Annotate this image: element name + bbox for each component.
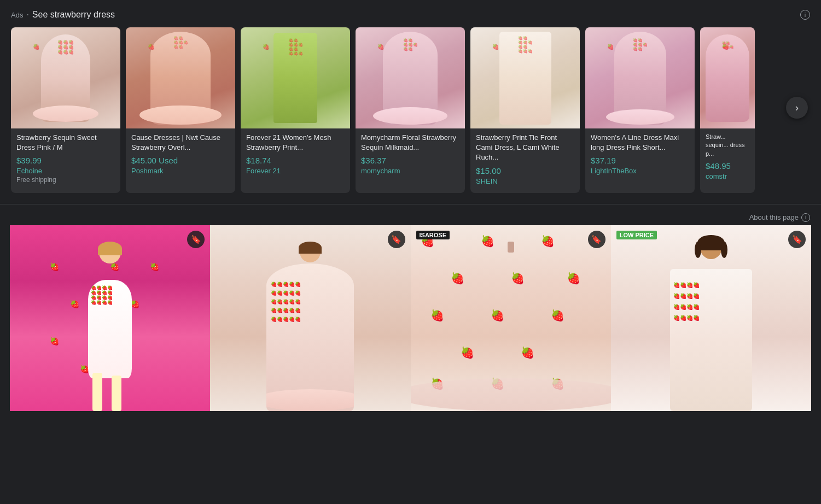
ad-source-6: LightInTheBox — [591, 167, 689, 175]
product-card-1[interactable]: 🍓 🍓 🍓 🍓 🍓 🍓 🍓 🍓 🍓🍓🍓🍓🍓🍓🍓🍓🍓🍓🍓🍓🍓🍓🍓🍓 — [10, 225, 210, 411]
ads-carousel-wrapper: 🍓🍓🍓🍓🍓🍓🍓🍓🍓 Strawberry Sequin Sweet Dress … — [11, 27, 810, 193]
product-card-3[interactable]: 🍓 🍓 🍓 🍓 🍓 🍓 🍓 🍓 🍓 🍓 🍓 🍓 🍓 🍓 ISAROSE — [411, 225, 611, 411]
ad-price-4: $36.37 — [361, 156, 459, 165]
product-badge-brand: ISAROSE — [416, 231, 450, 239]
ad-title-2: Cause Dresses | Nwt Cause Strawberry Ove… — [131, 133, 230, 153]
ad-image-7: 🍓🍓🍓🍓🍓 — [700, 27, 755, 128]
ad-info-3: Forever 21 Women's Mesh Strawberry Print… — [241, 128, 350, 183]
section-divider — [0, 204, 821, 204]
product-image-3: 🍓 🍓 🍓 🍓 🍓 🍓 🍓 🍓 🍓 🍓 🍓 🍓 🍓 🍓 — [411, 225, 611, 411]
ad-title-1: Strawberry Sequin Sweet Dress Pink / M — [16, 133, 115, 153]
product-badge-lowprice: LOW PRICE — [616, 231, 657, 239]
bookmark-button-4[interactable]: 🔖 — [788, 231, 806, 248]
ads-title: Ads · See strawberry dress — [11, 10, 115, 20]
ad-card-4[interactable]: 🍓🍓🍓🍓🍓🍓🍓 Momycharm Floral Strawberry Sequ… — [356, 27, 465, 193]
ad-image-4: 🍓🍓🍓🍓🍓🍓🍓 — [356, 27, 465, 128]
ad-card-2[interactable]: 🍓🍓🍓🍓🍓🍓🍓 Cause Dresses | Nwt Cause Strawb… — [126, 27, 235, 193]
ad-price-1: $39.99 — [16, 156, 115, 165]
ad-title-4: Momycharm Floral Strawberry Sequin Milkm… — [361, 133, 459, 153]
ad-source-5: SHEIN — [476, 177, 574, 185]
product-image-2: 🍓🍓🍓🍓🍓🍓🍓🍓🍓🍓🍓🍓🍓🍓🍓🍓🍓🍓🍓🍓🍓🍓🍓🍓🍓 — [210, 225, 410, 411]
ad-source-1: Echoine — [16, 167, 115, 175]
product-card-4[interactable]: 🍓🍓🍓🍓🍓🍓🍓🍓🍓🍓🍓🍓🍓🍓🍓🍓 LOW PRICE 🔖 — [611, 225, 811, 411]
bookmark-button-3[interactable]: 🔖 — [588, 231, 605, 248]
ad-price-6: $37.19 — [591, 156, 689, 165]
ad-image-1: 🍓🍓🍓🍓🍓🍓🍓🍓🍓 — [11, 27, 120, 128]
ad-card-7[interactable]: 🍓🍓🍓🍓🍓 Straw... sequin... dress p... $48.… — [700, 27, 755, 193]
ads-section: Ads · See strawberry dress i 🍓🍓🍓🍓🍓🍓🍓🍓🍓 — [0, 0, 821, 198]
ad-image-6: 🍓🍓🍓🍓🍓🍓🍓 — [585, 27, 695, 128]
product-image-1: 🍓 🍓 🍓 🍓 🍓 🍓 🍓 🍓 🍓🍓🍓🍓🍓🍓🍓🍓🍓🍓🍓🍓🍓🍓🍓🍓 — [10, 225, 210, 411]
ad-title-3: Forever 21 Women's Mesh Strawberry Print… — [246, 133, 345, 153]
ad-card-3[interactable]: 🍓🍓🍓🍓🍓🍓🍓🍓🍓🍓 Forever 21 Women's Mesh Straw… — [241, 27, 350, 193]
ads-separator: · — [26, 10, 28, 20]
bookmark-button-1[interactable]: 🔖 — [187, 231, 205, 248]
ad-card-1[interactable]: 🍓🍓🍓🍓🍓🍓🍓🍓🍓 Strawberry Sequin Sweet Dress … — [11, 27, 120, 193]
ad-info-5: Strawberry Print Tie Front Cami Dress, L… — [470, 128, 580, 193]
ad-info-2: Cause Dresses | Nwt Cause Strawberry Ove… — [126, 128, 235, 183]
ads-label: Ads — [11, 11, 23, 19]
about-info-icon[interactable]: i — [801, 213, 810, 222]
product-image-4: 🍓🍓🍓🍓🍓🍓🍓🍓🍓🍓🍓🍓🍓🍓🍓🍓 — [611, 225, 811, 411]
ad-image-2: 🍓🍓🍓🍓🍓🍓🍓 — [126, 27, 235, 128]
carousel-next-button[interactable]: › — [786, 97, 808, 119]
ad-source-7: comstr — [706, 172, 749, 180]
ad-price-2: $45.00 Used — [131, 156, 230, 165]
ad-source-4: momycharm — [361, 167, 459, 175]
ads-query: See strawberry dress — [32, 10, 115, 20]
bookmark-button-2[interactable]: 🔖 — [388, 231, 405, 248]
ad-image-3: 🍓🍓🍓🍓🍓🍓🍓🍓🍓🍓 — [241, 27, 350, 128]
product-grid: 🍓 🍓 🍓 🍓 🍓 🍓 🍓 🍓 🍓🍓🍓🍓🍓🍓🍓🍓🍓🍓🍓🍓🍓🍓🍓🍓 — [0, 225, 821, 411]
ad-source-3: Forever 21 — [246, 167, 345, 175]
ad-shipping-1: Free shipping — [16, 176, 115, 184]
product-card-2[interactable]: 🍓🍓🍓🍓🍓🍓🍓🍓🍓🍓🍓🍓🍓🍓🍓🍓🍓🍓🍓🍓🍓🍓🍓🍓🍓 🔖 — [210, 225, 410, 411]
ad-price-5: $15.00 — [476, 166, 574, 175]
ad-title-6: Women's A Line Dress Maxi long Dress Pin… — [591, 133, 689, 153]
ad-card-5[interactable]: 🍓🍓🍓🍓🍓🍓🍓🍓🍓🍓 Strawberry Print Tie Front Ca… — [470, 27, 580, 193]
ad-price-7: $48.95 — [706, 161, 749, 171]
ads-carousel: 🍓🍓🍓🍓🍓🍓🍓🍓🍓 Strawberry Sequin Sweet Dress … — [11, 27, 810, 193]
ad-price-3: $18.74 — [246, 156, 345, 165]
ad-info-6: Women's A Line Dress Maxi long Dress Pin… — [585, 128, 695, 183]
ads-info-icon[interactable]: i — [800, 10, 810, 20]
ad-info-1: Strawberry Sequin Sweet Dress Pink / M $… — [11, 128, 120, 190]
ad-source-2: Poshmark — [131, 167, 230, 175]
ad-info-7: Straw... sequin... dress p... $48.95 com… — [700, 128, 755, 188]
ad-title-7: Straw... sequin... dress p... — [706, 133, 749, 158]
about-text: About this page — [749, 213, 799, 221]
ad-image-5: 🍓🍓🍓🍓🍓🍓🍓🍓🍓🍓 — [470, 27, 580, 128]
ads-header: Ads · See strawberry dress i — [11, 10, 810, 20]
ad-info-4: Momycharm Floral Strawberry Sequin Milkm… — [356, 128, 465, 183]
about-section: About this page i — [0, 210, 821, 225]
ad-card-6[interactable]: 🍓🍓🍓🍓🍓🍓🍓 Women's A Line Dress Maxi long D… — [585, 27, 695, 193]
ad-title-5: Strawberry Print Tie Front Cami Dress, L… — [476, 133, 574, 163]
